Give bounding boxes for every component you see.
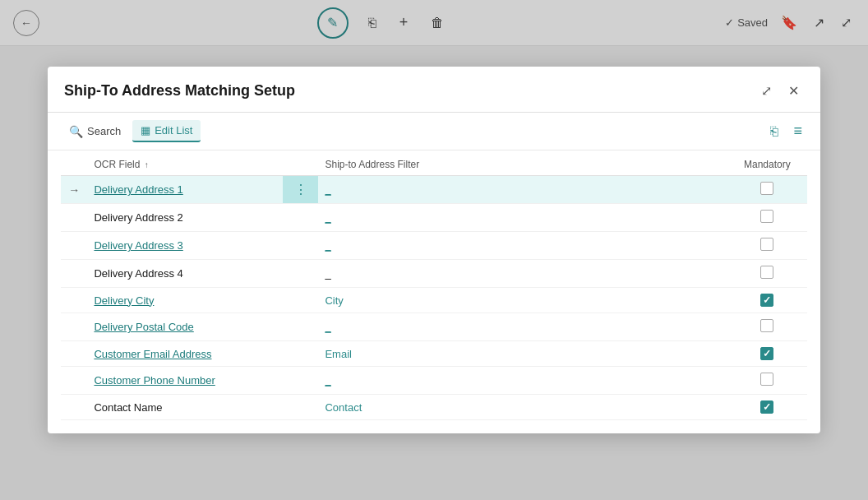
table-row: Delivery Address 4_ xyxy=(61,260,807,288)
row-mandatory[interactable]: ✓ xyxy=(727,341,807,367)
modal-header: Ship-To Address Matching Setup ⤢ ✕ xyxy=(48,67,820,113)
table-row: Contact NameContact✓ xyxy=(61,395,807,420)
row-mandatory[interactable] xyxy=(727,232,807,260)
row-ocr-field[interactable]: Delivery Postal Code xyxy=(87,313,283,341)
ship-filter-value: _ xyxy=(325,183,330,196)
table-row: →Delivery Address 1⋮_ xyxy=(61,176,807,204)
mandatory-checkbox[interactable] xyxy=(760,373,773,386)
row-mandatory[interactable] xyxy=(727,260,807,288)
modal-header-actions: ⤢ ✕ xyxy=(756,80,804,102)
row-menu-cell[interactable]: ⋮ xyxy=(283,176,318,204)
row-arrow xyxy=(61,313,87,341)
ship-filter-value: _ xyxy=(325,321,330,333)
modal-expand-button[interactable]: ⤢ xyxy=(756,80,777,102)
row-ship-filter: _ xyxy=(318,260,727,288)
row-mandatory[interactable]: ✓ xyxy=(727,288,807,313)
ocr-field-label: Delivery Address 2 xyxy=(94,211,182,224)
row-menu-cell xyxy=(283,341,318,367)
ocr-field-label: Delivery Address 1 xyxy=(94,183,182,196)
row-menu-dots[interactable]: ⋮ xyxy=(283,177,318,202)
row-ship-filter[interactable]: Contact xyxy=(318,395,727,420)
row-arrow xyxy=(61,341,87,367)
ship-filter-value: City xyxy=(325,294,343,307)
mandatory-checkbox[interactable] xyxy=(760,210,773,223)
mandatory-checkbox[interactable] xyxy=(760,319,773,332)
mandatory-checkbox[interactable] xyxy=(760,182,773,195)
ship-filter-value: _ xyxy=(325,211,330,224)
table-body: →Delivery Address 1⋮_Delivery Address 2_… xyxy=(61,176,807,420)
row-ship-filter[interactable]: _ xyxy=(318,232,727,260)
ocr-field-label: Delivery Postal Code xyxy=(94,321,193,333)
col-mandatory: Mandatory xyxy=(727,150,807,176)
row-ocr-field[interactable]: Delivery Address 1 xyxy=(87,176,283,204)
toolbar-share-button[interactable]: ⎗ xyxy=(765,121,783,142)
modal-toolbar: 🔍 Search ▦ Edit List ⎗ ≡ xyxy=(48,113,820,150)
row-ship-filter[interactable]: _ xyxy=(318,176,727,204)
matching-table: OCR Field ↑ Ship-to Address Filter Manda… xyxy=(61,150,807,420)
row-arrow xyxy=(61,232,87,260)
row-ship-filter[interactable]: _ xyxy=(318,204,727,232)
row-mandatory[interactable] xyxy=(727,367,807,395)
row-ocr-field[interactable]: Delivery City xyxy=(87,288,283,313)
row-mandatory[interactable] xyxy=(727,176,807,204)
modal-close-button[interactable]: ✕ xyxy=(783,80,804,102)
row-menu-cell xyxy=(283,288,318,313)
table-row: Delivery Address 3_ xyxy=(61,232,807,260)
ocr-field-label: Delivery Address 3 xyxy=(94,239,182,252)
col-arrow xyxy=(61,150,87,176)
table-row: Customer Phone Number_ xyxy=(61,367,807,395)
toolbar-filter-button[interactable]: ≡ xyxy=(788,119,807,143)
edit-list-button[interactable]: ▦ Edit List xyxy=(132,120,201,142)
row-arrow xyxy=(61,395,87,420)
row-ship-filter[interactable]: Email xyxy=(318,341,727,367)
modal-overlay: Ship-To Address Matching Setup ⤢ ✕ 🔍 Sea… xyxy=(0,0,868,500)
row-menu-cell xyxy=(283,395,318,420)
row-ship-filter[interactable]: _ xyxy=(318,367,727,395)
row-mandatory[interactable] xyxy=(727,313,807,341)
mandatory-checkbox[interactable] xyxy=(760,238,773,251)
row-ship-filter[interactable]: City xyxy=(318,288,727,313)
search-icon: 🔍 xyxy=(69,125,83,138)
row-ship-filter[interactable]: _ xyxy=(318,313,727,341)
row-arrow xyxy=(61,204,87,232)
row-ocr-field[interactable]: Customer Phone Number xyxy=(87,367,283,395)
mandatory-checkbox[interactable]: ✓ xyxy=(760,347,773,360)
row-arrow xyxy=(61,260,87,288)
table-row: Delivery Postal Code_ xyxy=(61,313,807,341)
edit-list-label: Edit List xyxy=(155,124,192,137)
ship-filter-value: Email xyxy=(325,348,352,360)
col-ship-filter: Ship-to Address Filter xyxy=(318,150,727,176)
edit-list-icon: ▦ xyxy=(141,124,150,137)
mandatory-checkbox[interactable]: ✓ xyxy=(760,400,773,414)
modal-title: Ship-To Address Matching Setup xyxy=(64,82,295,100)
ship-filter-value: _ xyxy=(325,374,330,387)
mandatory-checkbox[interactable] xyxy=(760,266,773,279)
ocr-field-label: Delivery City xyxy=(94,294,154,307)
modal: Ship-To Address Matching Setup ⤢ ✕ 🔍 Sea… xyxy=(48,67,820,433)
toolbar-filter-icon: ≡ xyxy=(793,123,802,139)
row-mandatory[interactable]: ✓ xyxy=(727,395,807,420)
col-menu-spacer xyxy=(283,150,318,176)
row-arrow: → xyxy=(61,176,87,204)
row-arrow xyxy=(61,288,87,313)
sort-icon: ↑ xyxy=(145,160,149,169)
col-ocr-field: OCR Field ↑ xyxy=(87,150,283,176)
table-area: OCR Field ↑ Ship-to Address Filter Manda… xyxy=(48,150,820,433)
row-mandatory[interactable] xyxy=(727,204,807,232)
toolbar-right-icons: ⎗ ≡ xyxy=(765,119,807,143)
table-row: Delivery CityCity✓ xyxy=(61,288,807,313)
modal-expand-icon: ⤢ xyxy=(761,84,772,98)
row-ocr-field: Delivery Address 2 xyxy=(87,204,283,232)
ship-filter-value: Contact xyxy=(325,401,362,414)
ocr-field-label: Customer Phone Number xyxy=(94,374,215,387)
row-ocr-field: Contact Name xyxy=(87,395,283,420)
row-ocr-field[interactable]: Delivery Address 3 xyxy=(87,232,283,260)
row-menu-cell xyxy=(283,204,318,232)
mandatory-checkbox[interactable]: ✓ xyxy=(760,294,773,307)
ocr-field-label: Customer Email Address xyxy=(94,348,211,360)
table-row: Customer Email AddressEmail✓ xyxy=(61,341,807,367)
search-button[interactable]: 🔍 Search xyxy=(61,121,129,142)
table-header-row: OCR Field ↑ Ship-to Address Filter Manda… xyxy=(61,150,807,176)
row-ocr-field[interactable]: Customer Email Address xyxy=(87,341,283,367)
row-arrow xyxy=(61,367,87,395)
